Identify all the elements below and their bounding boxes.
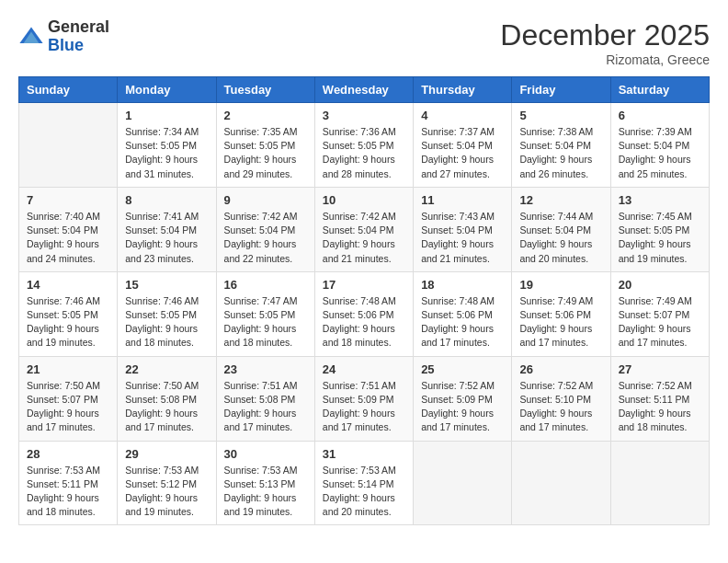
calendar-cell [512, 441, 610, 525]
calendar-cell: 19 Sunrise: 7:49 AMSunset: 5:06 PMDaylig… [512, 271, 610, 356]
day-info: Sunrise: 7:53 AMSunset: 5:11 PMDaylight:… [27, 464, 109, 520]
day-info: Sunrise: 7:42 AMSunset: 5:04 PMDaylight:… [323, 210, 405, 266]
logo-icon [18, 24, 44, 50]
calendar-cell: 12 Sunrise: 7:44 AMSunset: 5:04 PMDaylig… [512, 187, 610, 271]
calendar-cell: 9 Sunrise: 7:42 AMSunset: 5:04 PMDayligh… [216, 187, 314, 271]
page-header: General Blue December 2025 Rizomata, Gre… [18, 18, 710, 67]
calendar-cell: 27 Sunrise: 7:52 AMSunset: 5:11 PMDaylig… [610, 356, 709, 441]
day-info: Sunrise: 7:41 AMSunset: 5:04 PMDaylight:… [125, 210, 208, 266]
day-info: Sunrise: 7:50 AMSunset: 5:08 PMDaylight:… [125, 379, 208, 435]
weekday-header-saturday: Saturday [610, 77, 709, 103]
weekday-header-tuesday: Tuesday [216, 77, 314, 103]
weekday-header-row: SundayMondayTuesdayWednesdayThursdayFrid… [19, 77, 710, 103]
calendar-cell: 8 Sunrise: 7:41 AMSunset: 5:04 PMDayligh… [118, 187, 216, 271]
day-number: 25 [421, 362, 504, 376]
location: Rizomata, Greece [500, 52, 710, 67]
day-number: 21 [27, 362, 109, 376]
calendar-cell: 2 Sunrise: 7:35 AMSunset: 5:05 PMDayligh… [216, 103, 314, 188]
calendar-cell: 5 Sunrise: 7:38 AMSunset: 5:04 PMDayligh… [512, 103, 610, 188]
calendar-cell: 4 Sunrise: 7:37 AMSunset: 5:04 PMDayligh… [414, 103, 512, 188]
day-info: Sunrise: 7:46 AMSunset: 5:05 PMDaylight:… [125, 294, 208, 350]
day-number: 17 [323, 278, 405, 292]
day-info: Sunrise: 7:37 AMSunset: 5:04 PMDaylight:… [421, 125, 504, 181]
day-info: Sunrise: 7:47 AMSunset: 5:05 PMDaylight:… [224, 294, 307, 350]
logo-text-blue: Blue [48, 36, 84, 54]
day-info: Sunrise: 7:40 AMSunset: 5:04 PMDaylight:… [27, 210, 109, 266]
day-number: 13 [619, 193, 701, 207]
weekday-header-friday: Friday [512, 77, 610, 103]
calendar-cell: 23 Sunrise: 7:51 AMSunset: 5:08 PMDaylig… [216, 356, 314, 441]
day-info: Sunrise: 7:52 AMSunset: 5:09 PMDaylight:… [421, 379, 504, 435]
calendar-cell: 11 Sunrise: 7:43 AMSunset: 5:04 PMDaylig… [414, 187, 512, 271]
day-info: Sunrise: 7:48 AMSunset: 5:06 PMDaylight:… [421, 294, 504, 350]
day-number: 7 [27, 193, 109, 207]
day-number: 24 [323, 362, 405, 376]
calendar-cell: 22 Sunrise: 7:50 AMSunset: 5:08 PMDaylig… [118, 356, 216, 441]
day-info: Sunrise: 7:53 AMSunset: 5:14 PMDaylight:… [323, 464, 405, 520]
calendar-week-row: 14 Sunrise: 7:46 AMSunset: 5:05 PMDaylig… [19, 271, 710, 356]
weekday-header-wednesday: Wednesday [314, 77, 413, 103]
calendar-week-row: 21 Sunrise: 7:50 AMSunset: 5:07 PMDaylig… [19, 356, 710, 441]
day-info: Sunrise: 7:52 AMSunset: 5:11 PMDaylight:… [619, 379, 701, 435]
calendar-cell: 30 Sunrise: 7:53 AMSunset: 5:13 PMDaylig… [216, 441, 314, 525]
day-number: 20 [619, 278, 701, 292]
day-number: 15 [125, 278, 208, 292]
day-number: 11 [421, 193, 504, 207]
day-number: 22 [125, 362, 208, 376]
day-info: Sunrise: 7:49 AMSunset: 5:07 PMDaylight:… [619, 294, 701, 350]
weekday-header-thursday: Thursday [414, 77, 512, 103]
calendar-table: SundayMondayTuesdayWednesdayThursdayFrid… [18, 76, 710, 525]
day-info: Sunrise: 7:34 AMSunset: 5:05 PMDaylight:… [125, 125, 208, 181]
calendar-cell: 14 Sunrise: 7:46 AMSunset: 5:05 PMDaylig… [19, 271, 118, 356]
calendar-cell: 24 Sunrise: 7:51 AMSunset: 5:09 PMDaylig… [314, 356, 413, 441]
day-info: Sunrise: 7:53 AMSunset: 5:12 PMDaylight:… [125, 464, 208, 520]
calendar-cell: 15 Sunrise: 7:46 AMSunset: 5:05 PMDaylig… [118, 271, 216, 356]
day-info: Sunrise: 7:46 AMSunset: 5:05 PMDaylight:… [27, 294, 109, 350]
day-number: 16 [224, 278, 307, 292]
calendar-cell: 3 Sunrise: 7:36 AMSunset: 5:05 PMDayligh… [314, 103, 413, 188]
calendar-cell: 13 Sunrise: 7:45 AMSunset: 5:05 PMDaylig… [610, 187, 709, 271]
day-info: Sunrise: 7:44 AMSunset: 5:04 PMDaylight:… [519, 210, 602, 266]
calendar-week-row: 1 Sunrise: 7:34 AMSunset: 5:05 PMDayligh… [19, 103, 710, 188]
calendar-cell: 20 Sunrise: 7:49 AMSunset: 5:07 PMDaylig… [610, 271, 709, 356]
day-number: 1 [125, 109, 208, 122]
day-number: 31 [323, 447, 405, 461]
calendar-cell: 25 Sunrise: 7:52 AMSunset: 5:09 PMDaylig… [414, 356, 512, 441]
calendar-cell: 16 Sunrise: 7:47 AMSunset: 5:05 PMDaylig… [216, 271, 314, 356]
day-info: Sunrise: 7:42 AMSunset: 5:04 PMDaylight:… [224, 210, 307, 266]
day-number: 30 [224, 447, 307, 461]
day-number: 10 [323, 193, 405, 207]
day-number: 6 [619, 109, 701, 122]
day-info: Sunrise: 7:43 AMSunset: 5:04 PMDaylight:… [421, 210, 504, 266]
calendar-cell: 29 Sunrise: 7:53 AMSunset: 5:12 PMDaylig… [118, 441, 216, 525]
day-info: Sunrise: 7:51 AMSunset: 5:09 PMDaylight:… [323, 379, 405, 435]
day-number: 2 [224, 109, 307, 122]
day-info: Sunrise: 7:45 AMSunset: 5:05 PMDaylight:… [619, 210, 701, 266]
month-title: December 2025 [500, 18, 710, 52]
calendar-cell: 17 Sunrise: 7:48 AMSunset: 5:06 PMDaylig… [314, 271, 413, 356]
calendar-week-row: 28 Sunrise: 7:53 AMSunset: 5:11 PMDaylig… [19, 441, 710, 525]
calendar-cell: 6 Sunrise: 7:39 AMSunset: 5:04 PMDayligh… [610, 103, 709, 188]
day-info: Sunrise: 7:53 AMSunset: 5:13 PMDaylight:… [224, 464, 307, 520]
calendar-cell: 7 Sunrise: 7:40 AMSunset: 5:04 PMDayligh… [19, 187, 118, 271]
weekday-header-monday: Monday [118, 77, 216, 103]
day-number: 8 [125, 193, 208, 207]
logo-text-general: General [48, 17, 109, 36]
day-info: Sunrise: 7:52 AMSunset: 5:10 PMDaylight:… [519, 379, 602, 435]
day-number: 4 [421, 109, 504, 122]
day-number: 19 [519, 278, 602, 292]
day-info: Sunrise: 7:51 AMSunset: 5:08 PMDaylight:… [224, 379, 307, 435]
weekday-header-sunday: Sunday [19, 77, 118, 103]
day-number: 12 [519, 193, 602, 207]
calendar-cell: 26 Sunrise: 7:52 AMSunset: 5:10 PMDaylig… [512, 356, 610, 441]
day-number: 5 [519, 109, 602, 122]
calendar-cell: 28 Sunrise: 7:53 AMSunset: 5:11 PMDaylig… [19, 441, 118, 525]
day-number: 27 [619, 362, 701, 376]
calendar-cell: 1 Sunrise: 7:34 AMSunset: 5:05 PMDayligh… [118, 103, 216, 188]
day-number: 3 [323, 109, 405, 122]
title-block: December 2025 Rizomata, Greece [500, 18, 710, 67]
calendar-cell: 21 Sunrise: 7:50 AMSunset: 5:07 PMDaylig… [19, 356, 118, 441]
calendar-cell [610, 441, 709, 525]
day-number: 23 [224, 362, 307, 376]
calendar-cell: 10 Sunrise: 7:42 AMSunset: 5:04 PMDaylig… [314, 187, 413, 271]
